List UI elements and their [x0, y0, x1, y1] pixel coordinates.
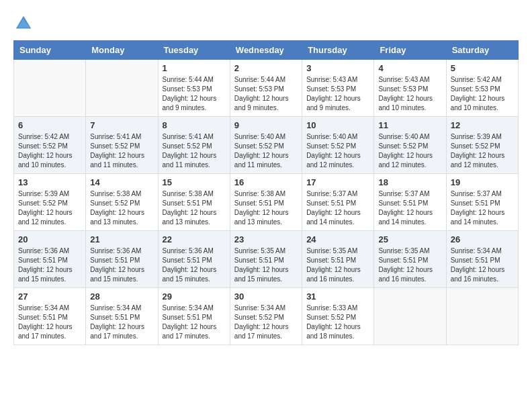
day-info: Sunrise: 5:38 AM Sunset: 5:52 PM Dayligh… — [90, 189, 153, 227]
weekday-header: Saturday — [446, 41, 518, 60]
calendar-cell: 3Sunrise: 5:43 AM Sunset: 5:53 PM Daylig… — [302, 60, 374, 117]
calendar-cell — [14, 60, 86, 117]
calendar-cell: 19Sunrise: 5:37 AM Sunset: 5:51 PM Dayli… — [446, 174, 518, 231]
day-info: Sunrise: 5:38 AM Sunset: 5:51 PM Dayligh… — [163, 189, 226, 227]
weekday-header: Friday — [374, 41, 446, 60]
calendar-cell: 18Sunrise: 5:37 AM Sunset: 5:51 PM Dayli… — [374, 174, 446, 231]
weekday-header: Tuesday — [158, 41, 230, 60]
day-number: 9 — [234, 120, 298, 130]
day-info: Sunrise: 5:34 AM Sunset: 5:51 PM Dayligh… — [163, 304, 226, 341]
day-info: Sunrise: 5:38 AM Sunset: 5:51 PM Dayligh… — [234, 189, 298, 227]
day-info: Sunrise: 5:34 AM Sunset: 5:51 PM Dayligh… — [90, 304, 153, 341]
day-number: 30 — [234, 291, 298, 302]
day-info: Sunrise: 5:34 AM Sunset: 5:52 PM Dayligh… — [234, 304, 298, 341]
calendar-cell: 26Sunrise: 5:34 AM Sunset: 5:51 PM Dayli… — [446, 231, 518, 288]
day-number: 10 — [306, 120, 369, 130]
calendar-cell: 31Sunrise: 5:33 AM Sunset: 5:52 PM Dayli… — [302, 288, 374, 345]
calendar-week-row: 1Sunrise: 5:44 AM Sunset: 5:53 PM Daylig… — [14, 60, 519, 117]
day-info: Sunrise: 5:41 AM Sunset: 5:52 PM Dayligh… — [163, 132, 226, 170]
weekday-header: Thursday — [302, 41, 374, 60]
day-number: 17 — [306, 177, 369, 187]
calendar-cell: 27Sunrise: 5:34 AM Sunset: 5:51 PM Dayli… — [14, 288, 86, 345]
calendar-cell: 11Sunrise: 5:40 AM Sunset: 5:52 PM Dayli… — [374, 117, 446, 174]
weekday-header: Monday — [86, 41, 158, 60]
calendar-cell: 29Sunrise: 5:34 AM Sunset: 5:51 PM Dayli… — [158, 288, 230, 345]
day-number: 5 — [451, 63, 514, 73]
day-info: Sunrise: 5:40 AM Sunset: 5:52 PM Dayligh… — [378, 132, 441, 170]
calendar-table: SundayMondayTuesdayWednesdayThursdayFrid… — [13, 40, 519, 345]
calendar-cell: 25Sunrise: 5:35 AM Sunset: 5:51 PM Dayli… — [374, 231, 446, 288]
day-number: 22 — [163, 234, 226, 244]
day-number: 26 — [451, 234, 514, 244]
calendar-cell: 8Sunrise: 5:41 AM Sunset: 5:52 PM Daylig… — [158, 117, 230, 174]
calendar-cell: 9Sunrise: 5:40 AM Sunset: 5:52 PM Daylig… — [230, 117, 302, 174]
day-info: Sunrise: 5:44 AM Sunset: 5:53 PM Dayligh… — [234, 75, 298, 113]
calendar-cell: 6Sunrise: 5:42 AM Sunset: 5:52 PM Daylig… — [14, 117, 86, 174]
calendar-cell: 17Sunrise: 5:37 AM Sunset: 5:51 PM Dayli… — [302, 174, 374, 231]
calendar-cell: 28Sunrise: 5:34 AM Sunset: 5:51 PM Dayli… — [86, 288, 158, 345]
day-info: Sunrise: 5:41 AM Sunset: 5:52 PM Dayligh… — [90, 132, 153, 170]
day-info: Sunrise: 5:42 AM Sunset: 5:52 PM Dayligh… — [18, 132, 81, 170]
day-number: 19 — [451, 177, 514, 187]
calendar-cell: 14Sunrise: 5:38 AM Sunset: 5:52 PM Dayli… — [86, 174, 158, 231]
logo-icon — [13, 13, 34, 34]
calendar-cell: 30Sunrise: 5:34 AM Sunset: 5:52 PM Dayli… — [230, 288, 302, 345]
day-info: Sunrise: 5:36 AM Sunset: 5:51 PM Dayligh… — [90, 246, 153, 284]
calendar-cell: 4Sunrise: 5:43 AM Sunset: 5:53 PM Daylig… — [374, 60, 446, 117]
calendar-week-row: 20Sunrise: 5:36 AM Sunset: 5:51 PM Dayli… — [14, 231, 519, 288]
calendar-cell: 7Sunrise: 5:41 AM Sunset: 5:52 PM Daylig… — [86, 117, 158, 174]
day-number: 20 — [18, 234, 81, 244]
day-number: 12 — [451, 120, 514, 130]
day-number: 16 — [234, 177, 298, 187]
calendar-cell: 5Sunrise: 5:42 AM Sunset: 5:53 PM Daylig… — [446, 60, 518, 117]
day-info: Sunrise: 5:37 AM Sunset: 5:51 PM Dayligh… — [306, 189, 369, 227]
day-info: Sunrise: 5:39 AM Sunset: 5:52 PM Dayligh… — [18, 189, 81, 227]
day-number: 27 — [18, 291, 81, 302]
calendar-cell: 13Sunrise: 5:39 AM Sunset: 5:52 PM Dayli… — [14, 174, 86, 231]
calendar-cell: 24Sunrise: 5:35 AM Sunset: 5:51 PM Dayli… — [302, 231, 374, 288]
calendar-week-row: 6Sunrise: 5:42 AM Sunset: 5:52 PM Daylig… — [14, 117, 519, 174]
calendar-week-row: 27Sunrise: 5:34 AM Sunset: 5:51 PM Dayli… — [14, 288, 519, 345]
day-number: 2 — [234, 63, 298, 73]
day-info: Sunrise: 5:35 AM Sunset: 5:51 PM Dayligh… — [234, 246, 298, 284]
day-number: 13 — [18, 177, 81, 187]
calendar-cell: 21Sunrise: 5:36 AM Sunset: 5:51 PM Dayli… — [86, 231, 158, 288]
day-info: Sunrise: 5:43 AM Sunset: 5:53 PM Dayligh… — [306, 75, 369, 113]
day-info: Sunrise: 5:44 AM Sunset: 5:53 PM Dayligh… — [163, 75, 226, 113]
day-number: 23 — [234, 234, 298, 244]
day-number: 7 — [90, 120, 153, 130]
calendar-cell: 1Sunrise: 5:44 AM Sunset: 5:53 PM Daylig… — [158, 60, 230, 117]
day-info: Sunrise: 5:35 AM Sunset: 5:51 PM Dayligh… — [306, 246, 369, 284]
day-info: Sunrise: 5:34 AM Sunset: 5:51 PM Dayligh… — [451, 246, 514, 284]
calendar-cell: 15Sunrise: 5:38 AM Sunset: 5:51 PM Dayli… — [158, 174, 230, 231]
day-info: Sunrise: 5:42 AM Sunset: 5:53 PM Dayligh… — [451, 75, 514, 113]
day-info: Sunrise: 5:37 AM Sunset: 5:51 PM Dayligh… — [378, 189, 441, 227]
day-number: 18 — [378, 177, 441, 187]
weekday-header: Sunday — [14, 41, 86, 60]
day-number: 3 — [306, 63, 369, 73]
calendar-cell: 23Sunrise: 5:35 AM Sunset: 5:51 PM Dayli… — [230, 231, 302, 288]
calendar-cell: 20Sunrise: 5:36 AM Sunset: 5:51 PM Dayli… — [14, 231, 86, 288]
day-info: Sunrise: 5:36 AM Sunset: 5:51 PM Dayligh… — [18, 246, 81, 284]
day-number: 28 — [90, 291, 153, 302]
day-number: 4 — [378, 63, 441, 73]
day-number: 14 — [90, 177, 153, 187]
calendar-cell: 10Sunrise: 5:40 AM Sunset: 5:52 PM Dayli… — [302, 117, 374, 174]
calendar-cell: 16Sunrise: 5:38 AM Sunset: 5:51 PM Dayli… — [230, 174, 302, 231]
day-info: Sunrise: 5:40 AM Sunset: 5:52 PM Dayligh… — [234, 132, 298, 170]
day-number: 25 — [378, 234, 441, 244]
page-header — [13, 13, 519, 34]
day-number: 11 — [378, 120, 441, 130]
weekday-header-row: SundayMondayTuesdayWednesdayThursdayFrid… — [14, 41, 519, 60]
calendar-cell — [446, 288, 518, 345]
calendar-cell: 2Sunrise: 5:44 AM Sunset: 5:53 PM Daylig… — [230, 60, 302, 117]
day-number: 15 — [163, 177, 226, 187]
logo — [13, 13, 36, 34]
day-info: Sunrise: 5:35 AM Sunset: 5:51 PM Dayligh… — [378, 246, 441, 284]
day-info: Sunrise: 5:33 AM Sunset: 5:52 PM Dayligh… — [306, 304, 369, 341]
calendar-cell — [86, 60, 158, 117]
day-number: 21 — [90, 234, 153, 244]
day-number: 31 — [306, 291, 369, 302]
day-info: Sunrise: 5:39 AM Sunset: 5:52 PM Dayligh… — [451, 132, 514, 170]
day-info: Sunrise: 5:37 AM Sunset: 5:51 PM Dayligh… — [451, 189, 514, 227]
